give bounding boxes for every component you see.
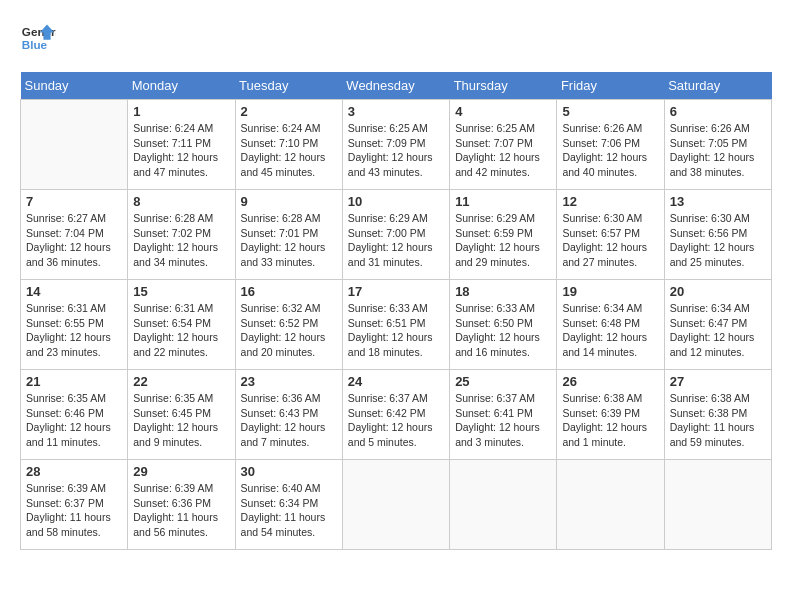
calendar-week-row: 21Sunrise: 6:35 AM Sunset: 6:46 PM Dayli… — [21, 370, 772, 460]
calendar-cell: 23Sunrise: 6:36 AM Sunset: 6:43 PM Dayli… — [235, 370, 342, 460]
calendar-cell: 17Sunrise: 6:33 AM Sunset: 6:51 PM Dayli… — [342, 280, 449, 370]
calendar-cell — [342, 460, 449, 550]
calendar-cell: 20Sunrise: 6:34 AM Sunset: 6:47 PM Dayli… — [664, 280, 771, 370]
calendar-cell: 27Sunrise: 6:38 AM Sunset: 6:38 PM Dayli… — [664, 370, 771, 460]
day-info: Sunrise: 6:39 AM Sunset: 6:37 PM Dayligh… — [26, 481, 122, 540]
day-number: 8 — [133, 194, 229, 209]
day-number: 9 — [241, 194, 337, 209]
calendar-cell: 1Sunrise: 6:24 AM Sunset: 7:11 PM Daylig… — [128, 100, 235, 190]
calendar-cell: 16Sunrise: 6:32 AM Sunset: 6:52 PM Dayli… — [235, 280, 342, 370]
day-info: Sunrise: 6:34 AM Sunset: 6:48 PM Dayligh… — [562, 301, 658, 360]
day-number: 18 — [455, 284, 551, 299]
day-info: Sunrise: 6:30 AM Sunset: 6:56 PM Dayligh… — [670, 211, 766, 270]
day-number: 29 — [133, 464, 229, 479]
calendar-cell: 30Sunrise: 6:40 AM Sunset: 6:34 PM Dayli… — [235, 460, 342, 550]
calendar-cell: 28Sunrise: 6:39 AM Sunset: 6:37 PM Dayli… — [21, 460, 128, 550]
day-number: 3 — [348, 104, 444, 119]
day-of-week-header: Monday — [128, 72, 235, 100]
calendar-cell: 11Sunrise: 6:29 AM Sunset: 6:59 PM Dayli… — [450, 190, 557, 280]
logo-icon: General Blue — [20, 20, 56, 56]
day-number: 1 — [133, 104, 229, 119]
calendar-cell — [664, 460, 771, 550]
day-info: Sunrise: 6:29 AM Sunset: 7:00 PM Dayligh… — [348, 211, 444, 270]
day-of-week-header: Saturday — [664, 72, 771, 100]
calendar-cell: 29Sunrise: 6:39 AM Sunset: 6:36 PM Dayli… — [128, 460, 235, 550]
day-number: 19 — [562, 284, 658, 299]
calendar-cell: 19Sunrise: 6:34 AM Sunset: 6:48 PM Dayli… — [557, 280, 664, 370]
day-info: Sunrise: 6:36 AM Sunset: 6:43 PM Dayligh… — [241, 391, 337, 450]
day-number: 15 — [133, 284, 229, 299]
day-info: Sunrise: 6:24 AM Sunset: 7:10 PM Dayligh… — [241, 121, 337, 180]
day-number: 30 — [241, 464, 337, 479]
day-info: Sunrise: 6:33 AM Sunset: 6:51 PM Dayligh… — [348, 301, 444, 360]
day-number: 7 — [26, 194, 122, 209]
calendar-week-row: 7Sunrise: 6:27 AM Sunset: 7:04 PM Daylig… — [21, 190, 772, 280]
calendar-cell: 10Sunrise: 6:29 AM Sunset: 7:00 PM Dayli… — [342, 190, 449, 280]
day-number: 5 — [562, 104, 658, 119]
day-info: Sunrise: 6:26 AM Sunset: 7:05 PM Dayligh… — [670, 121, 766, 180]
calendar-cell: 13Sunrise: 6:30 AM Sunset: 6:56 PM Dayli… — [664, 190, 771, 280]
calendar-week-row: 1Sunrise: 6:24 AM Sunset: 7:11 PM Daylig… — [21, 100, 772, 190]
day-info: Sunrise: 6:26 AM Sunset: 7:06 PM Dayligh… — [562, 121, 658, 180]
day-info: Sunrise: 6:25 AM Sunset: 7:07 PM Dayligh… — [455, 121, 551, 180]
day-info: Sunrise: 6:34 AM Sunset: 6:47 PM Dayligh… — [670, 301, 766, 360]
calendar-week-row: 14Sunrise: 6:31 AM Sunset: 6:55 PM Dayli… — [21, 280, 772, 370]
day-info: Sunrise: 6:31 AM Sunset: 6:55 PM Dayligh… — [26, 301, 122, 360]
day-info: Sunrise: 6:32 AM Sunset: 6:52 PM Dayligh… — [241, 301, 337, 360]
day-number: 10 — [348, 194, 444, 209]
day-number: 21 — [26, 374, 122, 389]
calendar-cell: 5Sunrise: 6:26 AM Sunset: 7:06 PM Daylig… — [557, 100, 664, 190]
logo: General Blue — [20, 20, 56, 56]
calendar-cell: 7Sunrise: 6:27 AM Sunset: 7:04 PM Daylig… — [21, 190, 128, 280]
day-number: 24 — [348, 374, 444, 389]
calendar-cell: 3Sunrise: 6:25 AM Sunset: 7:09 PM Daylig… — [342, 100, 449, 190]
calendar-cell: 14Sunrise: 6:31 AM Sunset: 6:55 PM Dayli… — [21, 280, 128, 370]
day-number: 27 — [670, 374, 766, 389]
calendar-cell: 15Sunrise: 6:31 AM Sunset: 6:54 PM Dayli… — [128, 280, 235, 370]
day-info: Sunrise: 6:24 AM Sunset: 7:11 PM Dayligh… — [133, 121, 229, 180]
day-number: 11 — [455, 194, 551, 209]
day-of-week-header: Wednesday — [342, 72, 449, 100]
day-info: Sunrise: 6:31 AM Sunset: 6:54 PM Dayligh… — [133, 301, 229, 360]
day-number: 2 — [241, 104, 337, 119]
day-of-week-header: Tuesday — [235, 72, 342, 100]
day-info: Sunrise: 6:27 AM Sunset: 7:04 PM Dayligh… — [26, 211, 122, 270]
day-info: Sunrise: 6:30 AM Sunset: 6:57 PM Dayligh… — [562, 211, 658, 270]
calendar-cell: 18Sunrise: 6:33 AM Sunset: 6:50 PM Dayli… — [450, 280, 557, 370]
calendar-cell: 24Sunrise: 6:37 AM Sunset: 6:42 PM Dayli… — [342, 370, 449, 460]
day-number: 14 — [26, 284, 122, 299]
calendar-cell: 21Sunrise: 6:35 AM Sunset: 6:46 PM Dayli… — [21, 370, 128, 460]
calendar-cell — [557, 460, 664, 550]
day-of-week-header: Thursday — [450, 72, 557, 100]
day-number: 6 — [670, 104, 766, 119]
calendar-cell: 4Sunrise: 6:25 AM Sunset: 7:07 PM Daylig… — [450, 100, 557, 190]
day-number: 17 — [348, 284, 444, 299]
calendar-cell: 6Sunrise: 6:26 AM Sunset: 7:05 PM Daylig… — [664, 100, 771, 190]
day-info: Sunrise: 6:28 AM Sunset: 7:01 PM Dayligh… — [241, 211, 337, 270]
day-number: 25 — [455, 374, 551, 389]
calendar-cell: 8Sunrise: 6:28 AM Sunset: 7:02 PM Daylig… — [128, 190, 235, 280]
day-info: Sunrise: 6:35 AM Sunset: 6:45 PM Dayligh… — [133, 391, 229, 450]
page-header: General Blue — [20, 20, 772, 56]
day-number: 13 — [670, 194, 766, 209]
calendar-table: SundayMondayTuesdayWednesdayThursdayFrid… — [20, 72, 772, 550]
calendar-cell: 12Sunrise: 6:30 AM Sunset: 6:57 PM Dayli… — [557, 190, 664, 280]
day-info: Sunrise: 6:33 AM Sunset: 6:50 PM Dayligh… — [455, 301, 551, 360]
calendar-cell: 25Sunrise: 6:37 AM Sunset: 6:41 PM Dayli… — [450, 370, 557, 460]
day-info: Sunrise: 6:28 AM Sunset: 7:02 PM Dayligh… — [133, 211, 229, 270]
day-number: 16 — [241, 284, 337, 299]
day-number: 28 — [26, 464, 122, 479]
calendar-week-row: 28Sunrise: 6:39 AM Sunset: 6:37 PM Dayli… — [21, 460, 772, 550]
day-number: 23 — [241, 374, 337, 389]
day-number: 12 — [562, 194, 658, 209]
calendar-cell: 26Sunrise: 6:38 AM Sunset: 6:39 PM Dayli… — [557, 370, 664, 460]
calendar-cell — [450, 460, 557, 550]
day-info: Sunrise: 6:40 AM Sunset: 6:34 PM Dayligh… — [241, 481, 337, 540]
day-info: Sunrise: 6:35 AM Sunset: 6:46 PM Dayligh… — [26, 391, 122, 450]
calendar-cell: 2Sunrise: 6:24 AM Sunset: 7:10 PM Daylig… — [235, 100, 342, 190]
day-of-week-header: Friday — [557, 72, 664, 100]
day-info: Sunrise: 6:37 AM Sunset: 6:41 PM Dayligh… — [455, 391, 551, 450]
day-of-week-header: Sunday — [21, 72, 128, 100]
calendar-cell — [21, 100, 128, 190]
day-info: Sunrise: 6:38 AM Sunset: 6:39 PM Dayligh… — [562, 391, 658, 450]
